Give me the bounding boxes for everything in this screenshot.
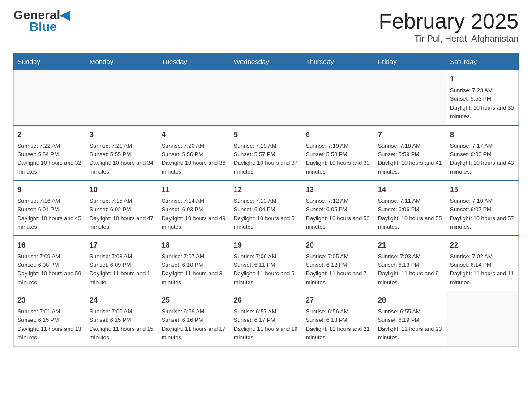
day-of-week-header: Monday [86,53,158,70]
calendar-cell: 12Sunrise: 7:13 AM Sunset: 6:04 PM Dayli… [230,180,302,236]
day-info: Sunrise: 6:55 AM Sunset: 6:19 PM Dayligh… [378,308,442,342]
calendar-cell: 1Sunrise: 7:23 AM Sunset: 5:53 PM Daylig… [446,70,519,125]
day-of-week-header: Saturday [446,53,519,70]
day-number: 17 [90,240,154,251]
calendar-cell [158,70,230,125]
day-number: 6 [306,129,370,140]
day-number: 18 [162,240,226,251]
day-number: 8 [450,129,515,140]
day-info: Sunrise: 7:18 AM Sunset: 5:59 PM Dayligh… [378,142,442,177]
day-info: Sunrise: 7:17 AM Sunset: 6:00 PM Dayligh… [450,142,515,177]
calendar-cell [374,70,446,125]
day-info: Sunrise: 7:07 AM Sunset: 6:10 PM Dayligh… [162,253,226,287]
day-number: 1 [450,74,515,85]
day-info: Sunrise: 7:14 AM Sunset: 6:03 PM Dayligh… [162,197,226,232]
day-info: Sunrise: 7:20 AM Sunset: 5:56 PM Dayligh… [162,142,226,177]
calendar-cell: 4Sunrise: 7:20 AM Sunset: 5:56 PM Daylig… [158,125,230,181]
day-info: Sunrise: 7:16 AM Sunset: 6:01 PM Dayligh… [17,197,82,232]
calendar-cell: 3Sunrise: 7:21 AM Sunset: 5:55 PM Daylig… [86,125,158,181]
calendar-cell: 28Sunrise: 6:55 AM Sunset: 6:19 PM Dayli… [374,291,446,346]
day-info: Sunrise: 6:57 AM Sunset: 6:17 PM Dayligh… [234,308,298,342]
day-info: Sunrise: 7:21 AM Sunset: 5:55 PM Dayligh… [90,142,154,177]
calendar-week-row: 9Sunrise: 7:16 AM Sunset: 6:01 PM Daylig… [14,180,519,236]
logo-blue-text: Blue [30,21,57,33]
calendar-cell: 23Sunrise: 7:01 AM Sunset: 6:15 PM Dayli… [14,291,86,346]
day-info: Sunrise: 7:22 AM Sunset: 5:54 PM Dayligh… [17,142,82,177]
calendar-week-row: 1Sunrise: 7:23 AM Sunset: 5:53 PM Daylig… [14,70,519,125]
day-number: 5 [234,129,298,140]
calendar-cell [230,70,302,125]
calendar-cell: 16Sunrise: 7:09 AM Sunset: 6:08 PM Dayli… [14,236,86,291]
day-info: Sunrise: 7:10 AM Sunset: 6:07 PM Dayligh… [450,197,515,232]
day-info: Sunrise: 7:23 AM Sunset: 5:53 PM Dayligh… [450,86,515,121]
day-info: Sunrise: 7:03 AM Sunset: 6:13 PM Dayligh… [378,253,442,287]
day-info: Sunrise: 7:12 AM Sunset: 6:05 PM Dayligh… [306,197,370,232]
calendar-week-row: 23Sunrise: 7:01 AM Sunset: 6:15 PM Dayli… [14,291,519,346]
calendar-cell [302,70,374,125]
day-number: 20 [306,240,370,251]
day-number: 2 [17,129,82,140]
day-number: 28 [378,295,442,306]
day-of-week-header: Sunday [14,53,86,70]
day-number: 4 [162,129,226,140]
calendar-cell [446,291,519,346]
day-number: 27 [306,295,370,306]
day-number: 26 [234,295,298,306]
calendar-cell: 24Sunrise: 7:00 AM Sunset: 6:15 PM Dayli… [86,291,158,346]
calendar-cell: 18Sunrise: 7:07 AM Sunset: 6:10 PM Dayli… [158,236,230,291]
calendar-cell [86,70,158,125]
day-number: 21 [378,240,442,251]
calendar-cell: 22Sunrise: 7:02 AM Sunset: 6:14 PM Dayli… [446,236,519,291]
day-info: Sunrise: 7:19 AM Sunset: 5:58 PM Dayligh… [306,142,370,177]
day-info: Sunrise: 7:15 AM Sunset: 6:02 PM Dayligh… [90,197,154,232]
calendar-cell: 9Sunrise: 7:16 AM Sunset: 6:01 PM Daylig… [14,180,86,236]
day-of-week-header: Wednesday [230,53,302,70]
calendar-cell: 11Sunrise: 7:14 AM Sunset: 6:03 PM Dayli… [158,180,230,236]
day-number: 3 [90,129,154,140]
logo: General◀ Blue [13,9,70,33]
day-number: 11 [162,184,226,195]
calendar-cell: 26Sunrise: 6:57 AM Sunset: 6:17 PM Dayli… [230,291,302,346]
day-info: Sunrise: 7:01 AM Sunset: 6:15 PM Dayligh… [17,308,82,342]
day-number: 10 [90,184,154,195]
day-of-week-header: Friday [374,53,446,70]
calendar-cell: 15Sunrise: 7:10 AM Sunset: 6:07 PM Dayli… [446,180,519,236]
calendar-cell: 10Sunrise: 7:15 AM Sunset: 6:02 PM Dayli… [86,180,158,236]
day-number: 15 [450,184,515,195]
calendar-cell: 5Sunrise: 7:19 AM Sunset: 5:57 PM Daylig… [230,125,302,181]
calendar-week-row: 16Sunrise: 7:09 AM Sunset: 6:08 PM Dayli… [14,236,519,291]
day-number: 12 [234,184,298,195]
day-number: 13 [306,184,370,195]
day-info: Sunrise: 7:09 AM Sunset: 6:08 PM Dayligh… [17,253,82,287]
day-info: Sunrise: 7:13 AM Sunset: 6:04 PM Dayligh… [234,197,298,232]
calendar-cell: 27Sunrise: 6:56 AM Sunset: 6:18 PM Dayli… [302,291,374,346]
calendar-cell: 20Sunrise: 7:05 AM Sunset: 6:12 PM Dayli… [302,236,374,291]
day-number: 22 [450,240,515,251]
day-number: 14 [378,184,442,195]
page-header: General◀ Blue February 2025 Tir Pul, Her… [13,9,519,44]
calendar-title: February 2025 [379,9,519,34]
title-block: February 2025 Tir Pul, Herat, Afghanista… [379,9,519,44]
day-info: Sunrise: 7:02 AM Sunset: 6:14 PM Dayligh… [450,253,515,287]
calendar-cell [14,70,86,125]
day-number: 24 [90,295,154,306]
calendar-week-row: 2Sunrise: 7:22 AM Sunset: 5:54 PM Daylig… [14,125,519,181]
day-number: 19 [234,240,298,251]
calendar-cell: 21Sunrise: 7:03 AM Sunset: 6:13 PM Dayli… [374,236,446,291]
logo-arrow-icon: ◀ [60,8,70,22]
day-info: Sunrise: 7:19 AM Sunset: 5:57 PM Dayligh… [234,142,298,177]
day-number: 25 [162,295,226,306]
day-of-week-header: Thursday [302,53,374,70]
day-info: Sunrise: 7:08 AM Sunset: 6:09 PM Dayligh… [90,253,154,287]
day-number: 23 [17,295,82,306]
calendar-cell: 19Sunrise: 7:06 AM Sunset: 6:11 PM Dayli… [230,236,302,291]
day-info: Sunrise: 7:00 AM Sunset: 6:15 PM Dayligh… [90,308,154,342]
calendar-cell: 14Sunrise: 7:11 AM Sunset: 6:06 PM Dayli… [374,180,446,236]
calendar-table: SundayMondayTuesdayWednesdayThursdayFrid… [13,53,519,347]
calendar-cell: 7Sunrise: 7:18 AM Sunset: 5:59 PM Daylig… [374,125,446,181]
day-number: 7 [378,129,442,140]
calendar-cell: 2Sunrise: 7:22 AM Sunset: 5:54 PM Daylig… [14,125,86,181]
day-number: 16 [17,240,82,251]
day-of-week-header: Tuesday [158,53,230,70]
day-info: Sunrise: 7:11 AM Sunset: 6:06 PM Dayligh… [378,197,442,232]
